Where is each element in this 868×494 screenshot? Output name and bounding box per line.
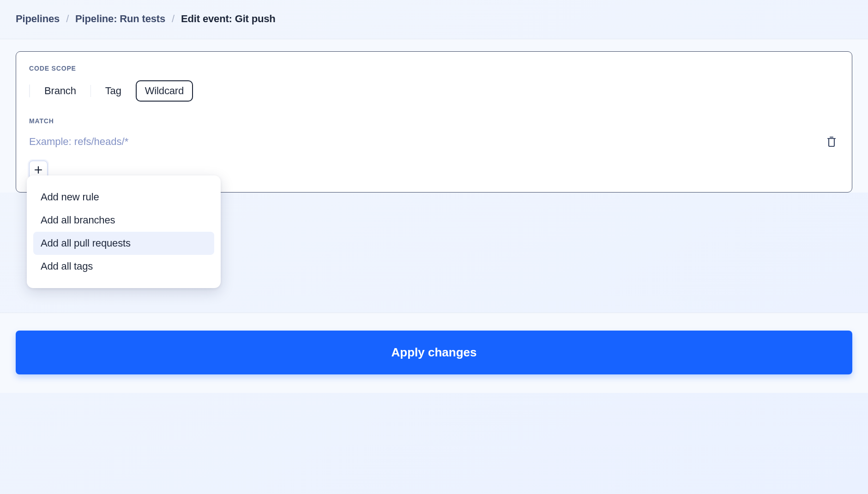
breadcrumb: Pipelines / Pipeline: Run tests / Edit e…	[16, 13, 852, 25]
add-rule-dropdown: Add new rule Add all branches Add all pu…	[27, 175, 221, 288]
dropdown-item-add-all-tags[interactable]: Add all tags	[33, 255, 214, 278]
breadcrumb-bar: Pipelines / Pipeline: Run tests / Edit e…	[0, 0, 868, 39]
code-scope-label: CODE SCOPE	[29, 65, 839, 72]
tab-divider-icon	[90, 85, 91, 97]
breadcrumb-sep-icon: /	[66, 13, 69, 25]
tab-wildcard[interactable]: Wildcard	[136, 80, 193, 102]
match-input[interactable]	[29, 133, 817, 151]
apply-changes-button[interactable]: Apply changes	[16, 331, 852, 374]
breadcrumb-sep-icon: /	[172, 13, 175, 25]
footer-bar: Apply changes	[0, 313, 868, 393]
dropdown-item-add-all-branches[interactable]: Add all branches	[33, 209, 214, 232]
code-scope-tabs: Branch Tag Wildcard	[29, 80, 839, 102]
breadcrumb-link-pipeline-run-tests[interactable]: Pipeline: Run tests	[75, 13, 165, 25]
plus-icon	[34, 166, 42, 174]
delete-rule-button[interactable]	[824, 134, 839, 150]
match-row	[29, 133, 839, 151]
dropdown-item-add-new-rule[interactable]: Add new rule	[33, 186, 214, 209]
breadcrumb-link-pipelines[interactable]: Pipelines	[16, 13, 60, 25]
dropdown-item-add-all-pull-requests[interactable]: Add all pull requests	[33, 232, 214, 255]
config-panel: CODE SCOPE Branch Tag Wildcard MATCH	[16, 51, 852, 193]
tab-tag[interactable]: Tag	[98, 82, 128, 100]
breadcrumb-current: Edit event: Git push	[181, 13, 276, 25]
match-label: MATCH	[29, 117, 839, 125]
tab-leading-divider-icon	[29, 84, 30, 97]
main-area: CODE SCOPE Branch Tag Wildcard MATCH	[0, 39, 868, 193]
tab-branch[interactable]: Branch	[37, 82, 83, 100]
trash-icon	[826, 136, 837, 148]
